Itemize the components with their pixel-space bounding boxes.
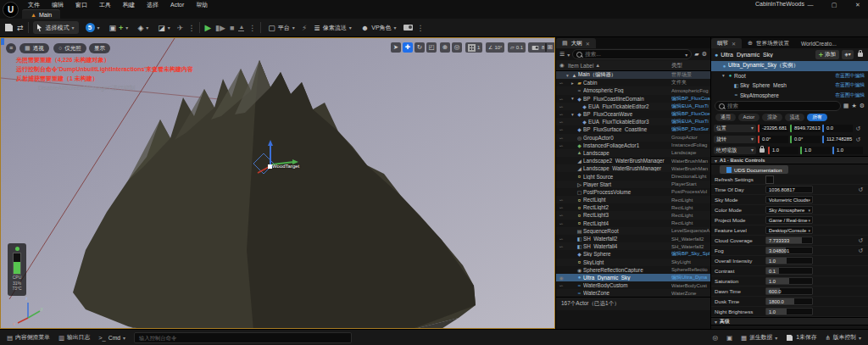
- pin-icon[interactable]: ∽: [558, 204, 565, 210]
- outliner-row[interactable]: ∽¤RectLight2RectLight: [556, 203, 710, 211]
- tab-outliner[interactable]: ▤ 大纲 ✕: [556, 38, 596, 48]
- selection-mode-dropdown[interactable]: 选择模式 ▾: [33, 21, 79, 34]
- lock-icon[interactable]: [858, 53, 863, 57]
- property-dropdown[interactable]: Volumetric Clouds: [765, 196, 813, 203]
- move-tool[interactable]: ✚: [403, 42, 413, 53]
- property-value-field[interactable]: 600.0: [765, 287, 813, 295]
- close-icon[interactable]: ✕: [586, 41, 590, 47]
- reset-to-default-icon[interactable]: ↺: [857, 237, 865, 244]
- filter-chip-通用[interactable]: 通用: [715, 114, 736, 121]
- tab-main-level[interactable]: ▲ Main: [22, 9, 60, 19]
- panel-layout-icon[interactable]: ▦: [843, 102, 849, 110]
- edit-in-blueprint-link[interactable]: 在蓝图中编辑: [835, 92, 868, 99]
- save-all-icon[interactable]: [5, 24, 13, 31]
- derived-data-dropdown[interactable]: ▦ 派生数据 ▾: [741, 333, 777, 342]
- filter-chip-Actor[interactable]: Actor: [738, 114, 760, 121]
- outliner-row[interactable]: ∽¤RectLight3RectLight: [556, 211, 710, 219]
- frame-skip-icon[interactable]: ▮▶: [215, 22, 225, 34]
- blueprint-edit-dropdown[interactable]: ◈▾: [842, 50, 854, 59]
- close-icon[interactable]: ✕: [732, 41, 736, 47]
- filter-chip-流送[interactable]: 流送: [785, 114, 805, 121]
- unsaved-status-button[interactable]: 1未保存: [786, 333, 816, 342]
- pin-icon[interactable]: ∽: [558, 80, 565, 86]
- maximize-viewport-button[interactable]: ⊞: [545, 42, 555, 53]
- menu-1[interactable]: 文件: [22, 0, 46, 9]
- menu-2[interactable]: 编辑: [46, 0, 70, 9]
- kebab-menu-icon[interactable]: ⋮: [248, 22, 256, 34]
- outliner-row[interactable]: ∽¤RectLightRectLight: [556, 196, 710, 203]
- outliner-column-header[interactable]: ◉ Item Label ▲ 类型: [556, 60, 710, 71]
- outliner-row[interactable]: ∽≈WaterBodyCustomWaterBodyCust: [556, 281, 710, 289]
- menu-3[interactable]: 窗口: [70, 0, 93, 9]
- component-row[interactable]: ≈SkyAtmosphere在蓝图中编辑: [711, 91, 868, 101]
- transform-y-value[interactable]: 8949.72613: [790, 125, 821, 132]
- world-local-toggle[interactable]: ⊕: [440, 42, 450, 53]
- select-tool[interactable]: ➤: [391, 42, 401, 53]
- component-row[interactable]: ◧Sky_Sphere_Mesh在蓝图中编辑: [711, 81, 868, 91]
- pin-icon[interactable]: ∽: [558, 282, 565, 288]
- property-value-field[interactable]: 0.1: [765, 267, 813, 275]
- outliner-row[interactable]: ∽¤RectLight4RectLight: [556, 220, 710, 227]
- property-value-field[interactable]: 1.0: [765, 308, 813, 315]
- content-drawer-button[interactable]: ▤ 内容侧滑菜单: [7, 333, 50, 342]
- eject-icon[interactable]: ▲: [238, 24, 244, 31]
- expander-icon[interactable]: ▾: [565, 73, 570, 78]
- perspective-dropdown[interactable]: ▦ 透视: [19, 43, 49, 53]
- menu-6[interactable]: 选择: [141, 0, 164, 9]
- edit-blueprint-link[interactable]: 编辑EUA_FluxTi: [671, 103, 710, 110]
- expander-icon[interactable]: ▾: [570, 112, 576, 117]
- outliner-row[interactable]: ≈Atmospheric FogAtmosphericFog: [556, 86, 710, 94]
- pin-icon[interactable]: ∽: [558, 111, 565, 117]
- transform-y-value[interactable]: 1.0: [800, 147, 831, 154]
- outliner-row[interactable]: ▾▲Main（编辑器）世界场景: [556, 71, 710, 79]
- surface-snap-toggle[interactable]: ◎: [452, 42, 462, 53]
- transform-label-dropdown[interactable]: 旋转▾: [714, 136, 756, 143]
- transform-label-dropdown[interactable]: 位置▾: [714, 125, 756, 132]
- visibility-eye-icon[interactable]: ◉: [558, 275, 565, 281]
- outliner-row[interactable]: ∽▾◆BP_FluxOceanWave编辑BP_FluxOce: [556, 110, 710, 118]
- pin-icon[interactable]: ∽: [558, 135, 565, 141]
- outliner-row[interactable]: ◢Landscape2_WaterBrushManagerWaterBrushM…: [556, 157, 710, 164]
- edit-blueprint-link[interactable]: 编辑Ultra_Dyna: [671, 274, 710, 281]
- pin-icon[interactable]: ∽: [558, 243, 565, 249]
- outliner-row[interactable]: ∽◆BP_FluxSurface_Coastline编辑BP_FluxSur: [556, 125, 710, 133]
- outliner-row[interactable]: ∽◆EUA_FluxTickableEditor3编辑EUA_FluxTi: [556, 118, 710, 125]
- menu-7[interactable]: Actor: [164, 0, 190, 9]
- console-command-input[interactable]: 输入控制台命令: [134, 332, 352, 343]
- outliner-row[interactable]: ∽▸▰Cabin文件夹: [556, 79, 710, 86]
- component-row[interactable]: ●Ultra_Dynamic_Sky（实例）: [711, 61, 868, 71]
- outliner-row[interactable]: ◢Landscape_WaterBrushManagerWaterBrushMa…: [556, 164, 710, 172]
- menu-5[interactable]: 构建: [117, 0, 141, 9]
- camera-speed-control[interactable]: 8: [528, 42, 547, 53]
- focus-icon[interactable]: ◎: [712, 334, 718, 342]
- property-dropdown[interactable]: Desktop/Console: [765, 226, 813, 234]
- edit-blueprint-link[interactable]: 编辑BP_FluxSur: [671, 125, 710, 133]
- outliner-row[interactable]: ∽▾◆BP_FluxCoastlineDomain编辑BP_FluxCoa: [556, 95, 710, 103]
- outliner-row[interactable]: ∽◧SH_Waterfall4SH_Waterfall2: [556, 242, 710, 250]
- viewport-options-menu[interactable]: ≡: [6, 43, 16, 53]
- property-dropdown[interactable]: Game / Real-time: [765, 216, 813, 224]
- multi-user-icon[interactable]: ⚡: [302, 22, 307, 34]
- kebab-menu-icon[interactable]: ⋮: [417, 22, 425, 34]
- scale-snap-toggle[interactable]: ▱ 0.1: [508, 42, 526, 53]
- kebab-menu-icon[interactable]: ⋮: [187, 22, 195, 34]
- property-value-field[interactable]: 7.733333: [765, 236, 813, 244]
- reset-to-default-icon[interactable]: ↺: [854, 136, 862, 143]
- grid-snap-toggle[interactable]: 1: [465, 42, 482, 53]
- transform-label-dropdown[interactable]: 绝对缩放▾: [714, 147, 756, 154]
- property-value-field[interactable]: 1.0: [765, 257, 813, 264]
- outliner-row[interactable]: ¤SkyLightSkyLight: [556, 259, 710, 266]
- transform-z-value[interactable]: 112.748285: [822, 136, 853, 143]
- cmd-dropdown[interactable]: >_ Cmd ▾: [98, 334, 125, 342]
- transform-z-value[interactable]: 0.0: [822, 125, 853, 132]
- new-folder-icon[interactable]: ▰: [694, 50, 698, 58]
- blueprints-button[interactable]: ◈ ▾: [135, 21, 151, 34]
- transform-x-value[interactable]: 1.0: [768, 147, 798, 154]
- reset-to-default-icon[interactable]: ↺: [857, 248, 865, 254]
- reset-to-default-icon[interactable]: ↺: [854, 125, 862, 132]
- transform-x-value[interactable]: -23295.681: [758, 125, 788, 132]
- outliner-row[interactable]: ∽◆InstancedFoliageActor1InstancedFoliag: [556, 142, 710, 149]
- outliner-row[interactable]: ▷Player StartPlayerStart: [556, 181, 710, 188]
- uds-documentation-button[interactable]: UDS Documentation: [720, 165, 788, 174]
- close-button[interactable]: ✕: [851, 0, 865, 9]
